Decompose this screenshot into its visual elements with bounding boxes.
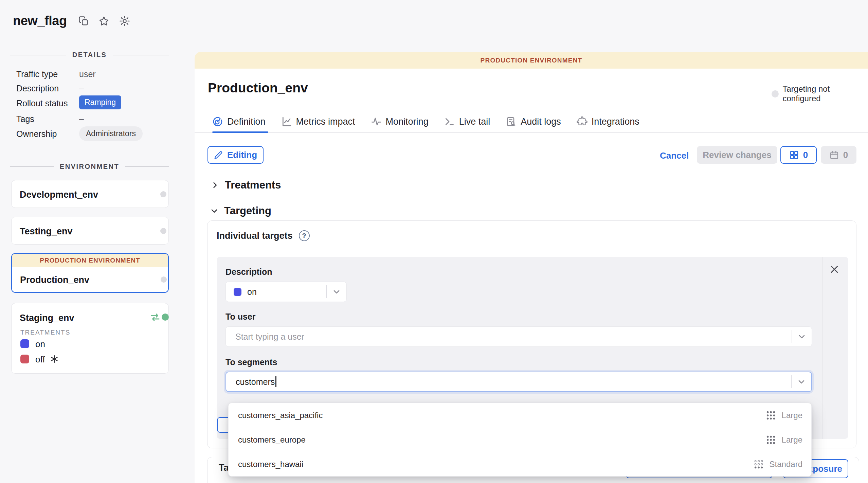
pending-changes-button[interactable]: 0 <box>780 146 817 164</box>
treatment-on-label: on <box>35 339 45 350</box>
editing-button[interactable]: Editing <box>207 146 264 164</box>
chevron-down-icon[interactable] <box>797 332 806 341</box>
copy-icon[interactable] <box>78 16 89 26</box>
detail-label-traffic-type: Traffic type <box>16 69 58 79</box>
definition-icon <box>212 116 223 127</box>
treatments-heading: TREATMENTS <box>20 329 70 336</box>
detail-value-tags: – <box>79 114 84 124</box>
segment-option-hawaii[interactable]: customers_hawaii Standard <box>229 452 811 477</box>
detail-label-tags: Tags <box>16 114 34 124</box>
env-card-production[interactable]: PRODUCTION ENVIRONMENT Production_env <box>11 253 169 293</box>
production-environment-banner: PRODUCTION ENVIRONMENT <box>195 52 868 69</box>
to-segments-label: To segments <box>225 357 277 367</box>
detail-label-description: Description <box>16 84 59 93</box>
treatment-select[interactable]: on <box>225 282 347 302</box>
text-caret <box>275 376 276 387</box>
grid-icon <box>789 150 799 160</box>
flag-header: new_flag <box>13 14 130 28</box>
to-user-label: To user <box>225 312 255 322</box>
segment-option-asia-pacific[interactable]: customers_asia_pacific Large <box>229 403 811 428</box>
to-segments-field[interactable]: customers <box>225 372 812 392</box>
live-tail-icon <box>444 116 455 127</box>
gear-icon[interactable] <box>119 16 130 26</box>
tab-bar: Definition Metrics impact Monitoring Liv… <box>212 116 639 127</box>
tab-definition[interactable]: Definition <box>212 116 266 127</box>
flag-title: new_flag <box>13 14 67 28</box>
tab-audit-logs[interactable]: Audit logs <box>506 116 561 127</box>
details-heading: DETAILS <box>10 51 169 59</box>
integrations-icon <box>577 116 587 127</box>
detail-value-description: – <box>79 84 84 93</box>
audit-logs-icon <box>506 116 517 127</box>
treatment-select-value: on <box>247 287 326 297</box>
treatment-off-swatch <box>20 355 29 363</box>
star-icon[interactable] <box>99 16 109 26</box>
detail-label-rollout-status: Rollout status <box>16 99 68 108</box>
to-segments-input-value[interactable]: customers <box>236 377 275 387</box>
active-tab-underline <box>212 131 268 133</box>
app: new_flag DETAILS Traffic type user Descr… <box>0 0 868 483</box>
env-status-dot <box>161 276 167 283</box>
review-changes-button[interactable]: Review changes <box>697 146 777 164</box>
chevron-down-icon <box>332 287 341 296</box>
env-status-dot-active <box>162 314 169 321</box>
metrics-impact-icon <box>281 116 292 127</box>
chevron-down-icon <box>210 207 219 215</box>
swap-arrows-icon <box>150 312 160 322</box>
scheduled-changes-button[interactable]: 0 <box>821 146 856 164</box>
close-icon[interactable] <box>829 264 839 274</box>
section-treatments[interactable]: Treatments <box>211 179 281 191</box>
env-status-dot <box>160 191 166 197</box>
targeting-rules-partial-title: Ta <box>219 463 229 473</box>
status-text: Targeting not configured <box>783 84 868 103</box>
rollout-status-badge: Ramping <box>79 95 121 109</box>
status-dot <box>772 90 779 97</box>
production-env-card-banner: PRODUCTION ENVIRONMENT <box>12 254 168 267</box>
individual-targets-title: Individual targets <box>217 231 293 241</box>
env-status-dot <box>160 228 166 234</box>
to-user-input[interactable] <box>226 327 792 346</box>
page-title: Production_env <box>208 80 308 95</box>
description-label: Description <box>225 267 272 277</box>
pencil-icon <box>214 150 223 160</box>
chevron-down-icon[interactable] <box>797 377 806 386</box>
env-card-development[interactable]: Development_env <box>11 180 169 208</box>
tab-metrics-impact[interactable]: Metrics impact <box>281 116 355 127</box>
env-card-staging[interactable]: Staging_env TREATMENTS on off <box>11 303 169 374</box>
segment-size-large-icon <box>765 410 776 421</box>
targeting-status: Targeting not configured <box>772 84 868 103</box>
env-card-testing[interactable]: Testing_env <box>11 217 169 245</box>
detail-value-traffic-type: user <box>79 69 96 79</box>
calendar-icon <box>829 150 839 160</box>
chevron-right-icon <box>211 181 219 190</box>
detail-label-ownership: Ownership <box>16 129 57 139</box>
environment-heading: ENVIRONMENT <box>10 163 169 171</box>
treatment-off-label: off <box>35 354 45 365</box>
treatment-swatch <box>234 288 241 296</box>
treatment-on-swatch <box>20 339 29 348</box>
default-treatment-asterisk-icon <box>50 355 59 363</box>
segment-option-europe[interactable]: customers_europe Large <box>229 428 811 452</box>
tab-divider <box>195 132 868 133</box>
card-divider <box>822 257 822 439</box>
segment-size-standard-icon <box>753 459 764 470</box>
segment-size-large-icon <box>765 434 776 445</box>
to-user-field <box>225 326 812 347</box>
section-targeting[interactable]: Targeting <box>210 205 271 217</box>
cancel-button[interactable]: Cancel <box>660 150 689 161</box>
segments-dropdown: customers_asia_pacific Large customers_e… <box>228 403 812 477</box>
ownership-pill: Administrators <box>79 126 143 141</box>
tab-integrations[interactable]: Integrations <box>577 116 639 127</box>
tab-live-tail[interactable]: Live tail <box>444 116 490 127</box>
help-icon[interactable]: ? <box>299 230 310 241</box>
tab-monitoring[interactable]: Monitoring <box>371 116 429 127</box>
monitoring-icon <box>371 116 382 127</box>
